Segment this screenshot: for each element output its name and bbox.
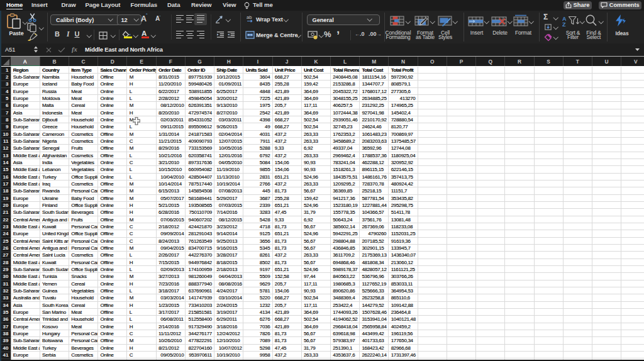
svg-text:Z: Z (562, 21, 566, 26)
svg-text:ab: ab (247, 14, 252, 20)
